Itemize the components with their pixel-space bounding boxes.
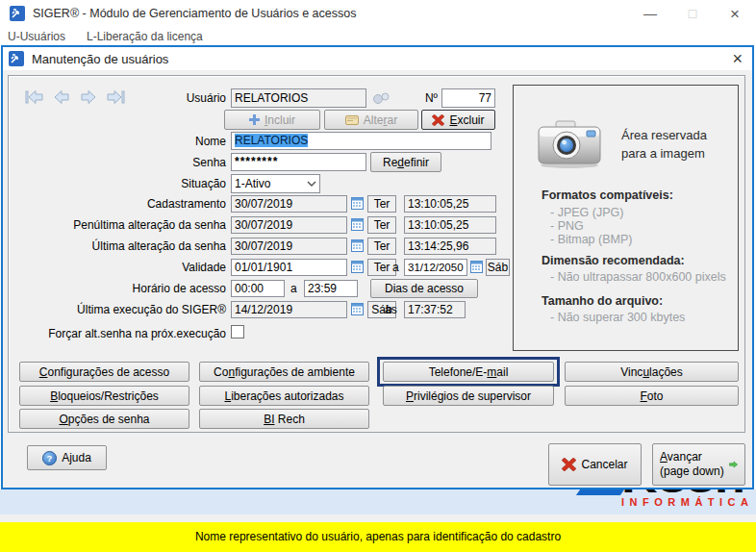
camera-icon [535, 117, 604, 169]
footer-gray-strip [0, 514, 756, 522]
excluir-button[interactable]: Excluir [421, 110, 495, 130]
area-reservada-text: Área reservada para a imagem [621, 126, 707, 163]
chevron-down-icon [307, 181, 316, 187]
validade-dow2-box: Sáb [486, 259, 510, 276]
menu-item-usuarios[interactable]: U-Usuários [8, 30, 65, 43]
validade-date-field[interactable]: 01/01/1901 [231, 259, 347, 276]
opcoes-senha-label: Opções de senha [59, 413, 149, 426]
status-bar: Nome representativo do usuário, apenas p… [0, 522, 756, 552]
as-label: às [385, 303, 397, 316]
penultima-label: Penúltima alteração da senha [0, 218, 226, 232]
usuario-label: Usuário [0, 91, 226, 105]
plus-icon [249, 114, 260, 125]
cadastramento-time-field: 13:10:05,25 [404, 195, 496, 213]
ultima-execucao-label: Última execução do SIGER® [0, 303, 226, 316]
opcoes-senha-button[interactable]: Opções de senha [19, 409, 189, 429]
vinculacoes-button[interactable]: Vinculações [565, 362, 739, 382]
configuracoes-acesso-button[interactable]: Configurações de acesso [19, 362, 189, 382]
maximize-button[interactable]: □ [671, 0, 714, 27]
bi-rech-button[interactable]: BI Rech [199, 409, 369, 429]
configuracoes-acesso-label: Configurações de acesso [39, 365, 169, 379]
nome-field[interactable]: RELATORIOS [231, 132, 491, 150]
red-x-icon [432, 114, 444, 126]
tamanho-title: Tamanho do arquivo: [542, 294, 663, 308]
tamanho-item: - Não superar 300 kbytes [550, 311, 685, 324]
window-title: SIGER® - Módulo de Gerenciamento de Usuá… [33, 7, 356, 20]
alterar-button[interactable]: Alterar [324, 110, 418, 130]
excluir-label: Excluir [449, 113, 484, 127]
horario-label: Horário de acesso [0, 282, 226, 295]
liberacoes-autorizadas-button[interactable]: Liberações autorizadas [199, 386, 369, 406]
calendar-icon[interactable] [351, 218, 364, 231]
red-x-icon [562, 458, 576, 471]
dimensao-title: Dimensão recomendada: [542, 254, 685, 267]
foto-label: Foto [640, 389, 663, 403]
ultima-alteracao-date-field: 30/07/2019 [231, 238, 347, 255]
status-text: Nome representativo do usuário, apenas p… [195, 530, 561, 552]
menu-item-liberacao[interactable]: L-Liberação da licença [87, 30, 203, 43]
cancelar-button[interactable]: Cancelar [548, 443, 642, 486]
numero-label: Nº [399, 91, 438, 105]
window-titlebar: SIGER® - Módulo de Gerenciamento de Usuá… [0, 0, 756, 27]
incluir-button[interactable]: Incluir [224, 110, 320, 130]
dialog-close-icon[interactable]: × [732, 50, 743, 67]
situacao-value: 1-Ativo [235, 176, 270, 191]
vinculacoes-label: Vinculações [620, 365, 683, 379]
formato-bmp: - Bitmap (BMP) [550, 233, 632, 246]
dialog-title: Manutenção de usuários [32, 52, 168, 66]
validade-a-label: a [392, 261, 399, 274]
formatos-title: Formatos compatíveis: [542, 188, 673, 202]
situacao-select[interactable]: 1-Ativo [231, 174, 320, 193]
avancar-sublabel: (page down) [660, 464, 724, 479]
dias-de-acesso-button[interactable]: Dias de acesso [370, 279, 478, 298]
calendar-icon[interactable] [351, 261, 364, 273]
horario-from-field[interactable]: 00:00 [231, 280, 285, 297]
penultima-date-field: 30/07/2019 [231, 216, 347, 234]
configuracoes-ambiente-button[interactable]: Configurações de ambiente [199, 362, 369, 382]
foto-button[interactable]: Foto [565, 386, 739, 406]
usuario-field[interactable]: RELATORIOS [231, 88, 366, 108]
telefone-email-button[interactable]: Telefone/E-mail [383, 362, 554, 382]
svg-text:?: ? [47, 453, 53, 464]
redefinir-button[interactable]: Redefinir [370, 152, 441, 172]
bloqueios-restricoes-label: Bloqueios/Restrições [50, 389, 159, 403]
window-controls: — □ × [629, 0, 756, 27]
senha-field[interactable]: ******** [231, 153, 366, 171]
forcar-senha-checkbox[interactable] [231, 325, 244, 339]
ajuda-button[interactable]: ? Ajuda [27, 445, 107, 470]
edit-card-icon [345, 114, 359, 125]
situacao-label: Situação [0, 177, 226, 190]
bi-rech-label: BI Rech [264, 413, 305, 426]
calendar-icon[interactable] [470, 261, 483, 273]
search-binoculars-icon[interactable] [372, 91, 391, 105]
calendar-icon[interactable] [351, 239, 364, 252]
area-line2: para a imagem [621, 144, 707, 163]
validade-label: Validade [0, 261, 226, 274]
calendar-icon[interactable] [351, 197, 364, 210]
calendar-icon[interactable] [351, 303, 364, 315]
validade-date2-field[interactable]: 31/12/2050 [404, 259, 467, 276]
bloqueios-restricoes-button[interactable]: Bloqueios/Restrições [19, 386, 189, 406]
senha-label: Senha [0, 156, 226, 169]
alterar-label: Alterar [364, 113, 397, 127]
privilegios-supervisor-button[interactable]: Privilégios de supervisor [383, 386, 554, 406]
redefinir-label: Redefinir [383, 156, 429, 169]
ultima-alteracao-dow-box: Ter [367, 238, 396, 255]
telefone-email-label: Telefone/E-mail [429, 365, 509, 379]
green-arrow-right-icon [729, 458, 738, 471]
cadastramento-label: Cadastramento [0, 197, 226, 211]
ultima-execucao-date-field: 14/12/2019 [231, 301, 347, 318]
liberacoes-autorizadas-label: Liberações autorizadas [224, 389, 343, 403]
configuracoes-ambiente-label: Configurações de ambiente [214, 365, 355, 379]
avancar-label: Avançar [660, 450, 724, 464]
dialog-titlebar: Manutenção de usuários × [3, 47, 752, 70]
nome-label: Nome [0, 135, 226, 148]
dias-de-acesso-label: Dias de acesso [385, 282, 464, 295]
horario-to-field[interactable]: 23:59 [304, 280, 358, 297]
ajuda-label: Ajuda [62, 451, 91, 464]
cancelar-label: Cancelar [581, 458, 627, 471]
app-icon [10, 6, 25, 21]
close-button[interactable]: × [714, 0, 756, 27]
avancar-button[interactable]: Avançar (page down) [652, 443, 745, 486]
minimize-button[interactable]: — [629, 0, 671, 27]
